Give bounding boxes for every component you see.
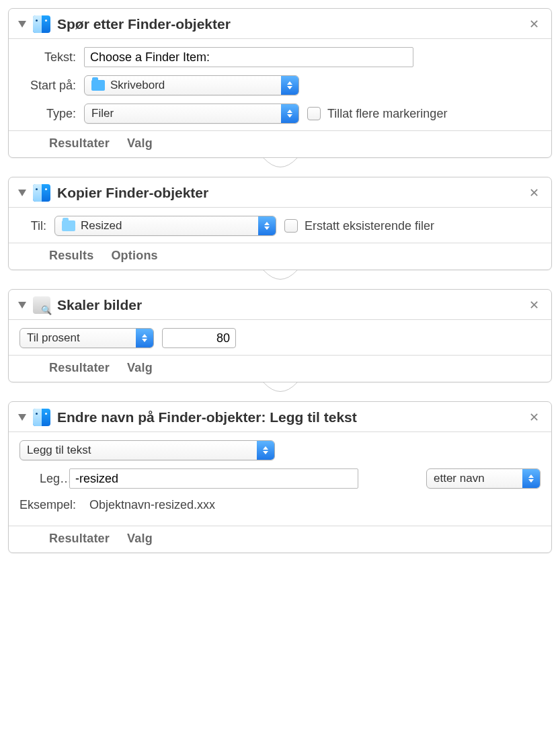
disclosure-triangle[interactable] bbox=[18, 302, 26, 309]
results-button[interactable]: Results bbox=[49, 249, 93, 263]
action-title: Skaler bilder bbox=[57, 297, 520, 313]
scale-mode-popup[interactable]: Til prosent bbox=[19, 328, 154, 348]
action-header: Spør etter Finder-objekter ✕ bbox=[9, 9, 551, 39]
results-button[interactable]: Resultater bbox=[49, 361, 110, 375]
row-type: Type: Filer Tillat flere markeringer bbox=[19, 104, 541, 124]
options-button[interactable]: Valg bbox=[127, 361, 153, 375]
action-copy-finder-items: Kopier Finder-objekter ✕ Til: Resized Er… bbox=[8, 177, 552, 270]
allow-multi-row: Tillat flere markeringer bbox=[307, 107, 447, 121]
position-value: etter navn bbox=[434, 472, 485, 485]
add-text-input[interactable] bbox=[69, 468, 358, 489]
finder-icon bbox=[33, 15, 50, 33]
folder-icon bbox=[91, 80, 105, 91]
results-button[interactable]: Resultater bbox=[49, 136, 110, 151]
preview-icon bbox=[33, 296, 50, 314]
text-label: Tekst: bbox=[19, 50, 76, 65]
action-ask-finder-items: Spør etter Finder-objekter ✕ Tekst: Star… bbox=[8, 8, 552, 158]
folder-icon bbox=[62, 220, 75, 231]
type-label: Type: bbox=[19, 107, 76, 121]
allow-multi-checkbox[interactable] bbox=[307, 107, 321, 120]
chevron-up-down-icon bbox=[281, 76, 298, 95]
disclosure-triangle[interactable] bbox=[18, 414, 26, 421]
action-header: Kopier Finder-objekter ✕ bbox=[9, 177, 551, 208]
action-header: Endre navn på Finder-objekter: Legg til … bbox=[9, 402, 551, 432]
start-label: Start på: bbox=[19, 79, 76, 93]
allow-multi-label: Tillat flere markeringer bbox=[327, 107, 447, 121]
action-body: Legg til tekst Leg… etter navn Eksempel:… bbox=[9, 432, 551, 526]
scale-amount-input[interactable] bbox=[162, 328, 236, 348]
replace-checkbox[interactable] bbox=[284, 219, 298, 233]
chevron-up-down-icon bbox=[522, 469, 540, 488]
action-body: Tekst: Start på: Skrivebord Type: Filer bbox=[9, 39, 551, 130]
row-mode: Legg til tekst bbox=[19, 440, 541, 460]
rename-mode-value: Legg til tekst bbox=[27, 444, 91, 457]
chevron-up-down-icon bbox=[258, 216, 276, 235]
close-icon[interactable]: ✕ bbox=[526, 298, 542, 313]
results-button[interactable]: Resultater bbox=[49, 532, 110, 546]
close-icon[interactable]: ✕ bbox=[526, 410, 542, 425]
text-input[interactable] bbox=[84, 47, 413, 67]
scale-mode-value: Til prosent bbox=[27, 331, 80, 345]
rename-mode-popup[interactable]: Legg til tekst bbox=[19, 440, 275, 460]
replace-row: Erstatt eksisterende filer bbox=[284, 219, 434, 233]
close-icon[interactable]: ✕ bbox=[526, 17, 542, 32]
automator-workflow: Spør etter Finder-objekter ✕ Tekst: Star… bbox=[8, 8, 552, 553]
row-start: Start på: Skrivebord bbox=[19, 75, 541, 95]
action-body: Til: Resized Erstatt eksisterende filer bbox=[9, 208, 551, 243]
replace-label: Erstatt eksisterende filer bbox=[305, 219, 434, 233]
disclosure-triangle[interactable] bbox=[18, 21, 26, 28]
chevron-up-down-icon bbox=[281, 104, 298, 123]
close-icon[interactable]: ✕ bbox=[526, 186, 542, 200]
action-title: Endre navn på Finder-objekter: Legg til … bbox=[57, 409, 520, 425]
row-to: Til: Resized Erstatt eksisterende filer bbox=[19, 216, 541, 236]
position-popup[interactable]: etter navn bbox=[426, 468, 541, 489]
type-value: Filer bbox=[91, 107, 114, 120]
finder-icon bbox=[33, 184, 50, 202]
row-scale: Til prosent bbox=[19, 328, 541, 348]
action-title: Spør etter Finder-objekter bbox=[57, 16, 520, 32]
row-text: Tekst: bbox=[19, 47, 541, 67]
example-row: Eksempel: Objektnavn-resized.xxx bbox=[19, 497, 541, 519]
action-rename-finder-items: Endre navn på Finder-objekter: Legg til … bbox=[8, 401, 552, 553]
to-value: Resized bbox=[81, 219, 122, 233]
connector bbox=[8, 270, 552, 289]
disclosure-triangle[interactable] bbox=[18, 190, 26, 196]
chevron-up-down-icon bbox=[257, 441, 274, 460]
options-button[interactable]: Options bbox=[111, 249, 157, 263]
type-popup[interactable]: Filer bbox=[84, 104, 299, 124]
example-label: Eksempel: bbox=[19, 498, 83, 512]
row-add-text: Leg… etter navn bbox=[19, 468, 541, 489]
finder-icon bbox=[33, 409, 50, 426]
destination-popup[interactable]: Resized bbox=[54, 216, 276, 236]
start-location-popup[interactable]: Skrivebord bbox=[84, 75, 299, 95]
action-scale-images: Skaler bilder ✕ Til prosent Resultater V… bbox=[8, 289, 552, 382]
add-text-label: Leg… bbox=[19, 472, 61, 486]
chevron-up-down-icon bbox=[136, 329, 153, 347]
start-value: Skrivebord bbox=[110, 79, 165, 92]
action-header: Skaler bilder ✕ bbox=[9, 290, 551, 320]
action-footer: Resultater Valg bbox=[9, 526, 551, 552]
connector bbox=[8, 382, 552, 401]
action-title: Kopier Finder-objekter bbox=[57, 185, 520, 201]
action-body: Til prosent bbox=[9, 320, 551, 355]
options-button[interactable]: Valg bbox=[127, 532, 153, 546]
example-value: Objektnavn-resized.xxx bbox=[89, 498, 215, 512]
options-button[interactable]: Valg bbox=[127, 136, 153, 151]
to-label: Til: bbox=[19, 219, 46, 233]
connector bbox=[8, 158, 552, 177]
